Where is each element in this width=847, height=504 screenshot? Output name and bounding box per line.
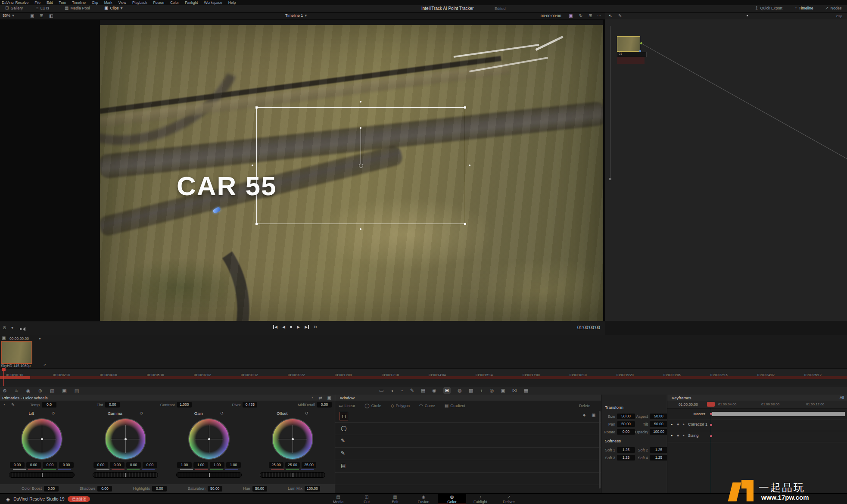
highlights-value[interactable]: 0.00 bbox=[152, 486, 167, 492]
mid-detail-value[interactable]: 0.00 bbox=[317, 402, 332, 408]
loop-icon[interactable]: ↻ bbox=[579, 14, 582, 18]
menu-mark[interactable]: Mark bbox=[104, 0, 112, 5]
window-list-scrollbar[interactable] bbox=[599, 411, 601, 488]
lum-mix-value[interactable]: 100.00 bbox=[305, 486, 320, 492]
node-endpoint[interactable] bbox=[609, 178, 611, 180]
keyframes-playhead-line[interactable] bbox=[711, 408, 711, 493]
pan-value[interactable]: 50.00 bbox=[617, 421, 635, 427]
expand-arrow-icon[interactable]: ▸ bbox=[683, 433, 685, 437]
picker-icon[interactable]: ✎ bbox=[11, 402, 15, 407]
gamma-color-wheel[interactable] bbox=[105, 418, 146, 460]
reset-icon[interactable]: ↺ bbox=[51, 411, 55, 416]
bypass-icon[interactable]: ◔ bbox=[311, 395, 313, 400]
go-to-end-button[interactable]: ▶ bbox=[305, 325, 309, 329]
gamma-master-wheel[interactable] bbox=[93, 472, 158, 478]
nodes-view-button[interactable]: ↗ Nodes bbox=[825, 6, 841, 10]
menu-trim[interactable]: Trim bbox=[59, 0, 66, 5]
luts-button[interactable]: ≡ LUTs bbox=[36, 6, 49, 10]
soft3-value[interactable]: 1.25 bbox=[617, 455, 635, 460]
size-value[interactable]: 50.00 bbox=[617, 414, 635, 419]
wipe-icon[interactable]: ◧ bbox=[49, 14, 53, 18]
chevron-down-icon[interactable]: ▾ bbox=[39, 336, 41, 341]
pen-tool-icon[interactable]: ✎ bbox=[618, 14, 622, 18]
offset-b-value[interactable]: 25.00 bbox=[302, 462, 316, 468]
tracker-midpoint-left[interactable] bbox=[252, 165, 253, 166]
timeline-ruler[interactable]: 01:00:01:1001:00:02:2001:00:04:0601:00:0… bbox=[0, 368, 847, 376]
keyframes-ruler[interactable]: 01:00:00:00 01:00:04:00 01:00:08:00 01:0… bbox=[667, 401, 847, 409]
node-mode-label[interactable]: Clip bbox=[836, 14, 842, 18]
soft1-value[interactable]: 1.25 bbox=[617, 447, 635, 453]
pointer-tool-icon[interactable]: ↖ bbox=[609, 14, 612, 18]
tracker-center-point[interactable] bbox=[359, 164, 363, 168]
color-boost-value[interactable]: 0.00 bbox=[44, 486, 59, 492]
settings-icon[interactable]: ⚙ bbox=[3, 388, 7, 394]
effects-tool-icon[interactable]: ▣ bbox=[501, 388, 505, 393]
lift-master-wheel[interactable] bbox=[9, 472, 75, 478]
media-pool-button[interactable]: ▦ Media Pool bbox=[65, 6, 90, 10]
menu-timeline[interactable]: Timeline bbox=[72, 0, 86, 5]
keyframes-row-master[interactable]: Master bbox=[667, 410, 847, 420]
reset-icon[interactable]: ↺ bbox=[140, 411, 143, 416]
menu-fairlight[interactable]: Fairlight bbox=[185, 0, 198, 5]
warper-tool-icon[interactable]: ✎ bbox=[410, 388, 414, 393]
menu-clip[interactable]: Clip bbox=[92, 0, 98, 5]
gamma-b-value[interactable]: 0.00 bbox=[143, 462, 157, 468]
timeline-selector[interactable]: Timeline 1 ▾ bbox=[285, 13, 307, 18]
offset-g-value[interactable]: 25.00 bbox=[285, 462, 300, 468]
tracker-tool-icon[interactable]: ◉ bbox=[432, 388, 436, 393]
menu-workspace[interactable]: Workspace bbox=[204, 0, 222, 5]
tracker-vector-tip[interactable] bbox=[360, 127, 361, 129]
mask-mode-icon[interactable]: ▣ bbox=[592, 413, 595, 417]
expand-arrow-icon[interactable]: ▸ bbox=[683, 422, 685, 426]
timeline-clip-selected[interactable] bbox=[0, 376, 30, 379]
tab-edit[interactable]: ▦Edit bbox=[381, 494, 409, 504]
tab-fairlight[interactable]: ♪Fairlight bbox=[466, 494, 495, 504]
viewer-timecode[interactable]: 00:00:00:00 bbox=[541, 14, 561, 18]
keyframe-dot[interactable] bbox=[710, 424, 712, 426]
menu-fusion[interactable]: Fusion bbox=[153, 0, 164, 5]
keyframes-playhead-grip[interactable] bbox=[707, 402, 715, 407]
timeline-clip-bar[interactable] bbox=[0, 376, 847, 379]
single-viewer-icon[interactable]: ▣ bbox=[30, 14, 34, 18]
shadows-value[interactable]: 0.00 bbox=[97, 486, 112, 492]
linear-window-button[interactable]: ▭Linear bbox=[339, 404, 355, 408]
color-wheels-tool-icon[interactable]: ▭ bbox=[379, 388, 383, 393]
jog-knob-icon[interactable]: ⊙ bbox=[3, 326, 6, 330]
menu-help[interactable]: Help bbox=[228, 0, 236, 5]
tab-cut[interactable]: ◫Cut bbox=[352, 494, 381, 504]
lock-icon[interactable]: ◆ bbox=[677, 434, 679, 437]
lift-b-value[interactable]: 0.00 bbox=[59, 462, 74, 468]
go-to-start-button[interactable]: ◀ bbox=[273, 325, 277, 329]
tint-value[interactable]: 0.00 bbox=[105, 402, 120, 408]
offset-r-value[interactable]: 25.00 bbox=[269, 462, 283, 468]
flag-caret-icon[interactable]: ▾ bbox=[11, 326, 13, 330]
lift-g-value[interactable]: 0.00 bbox=[43, 462, 57, 468]
blur-tool-icon[interactable]: ◍ bbox=[458, 388, 462, 393]
menu-file[interactable]: File bbox=[34, 0, 40, 5]
tracker-window-box[interactable] bbox=[256, 107, 465, 224]
clip-thumbnail[interactable] bbox=[1, 341, 32, 364]
enable-dot-icon[interactable]: ● bbox=[671, 434, 673, 437]
window-list-item-bezier[interactable]: ✎ bbox=[341, 451, 345, 456]
menu-playback[interactable]: Playback bbox=[132, 0, 147, 5]
opacity-value[interactable]: 100.00 bbox=[650, 429, 668, 435]
stop-button[interactable]: ■ bbox=[290, 325, 292, 329]
reset-icon[interactable]: ↺ bbox=[305, 411, 308, 416]
lightbox-tool-icon[interactable]: ▦ bbox=[524, 388, 528, 393]
tab-media[interactable]: ▤Media bbox=[324, 494, 352, 504]
quick-export-button[interactable]: ↥ Quick Export bbox=[755, 6, 782, 10]
curves-tool-icon[interactable]: ◔ bbox=[400, 388, 403, 393]
viewer-zoom-select[interactable]: 50% ▾ bbox=[3, 13, 14, 18]
tracker-midpoint-top[interactable] bbox=[360, 101, 361, 103]
contrast-value[interactable]: 1.000 bbox=[177, 402, 192, 408]
tracker-midpoint-right[interactable] bbox=[469, 165, 470, 166]
target-icon[interactable]: ◉ bbox=[26, 388, 31, 394]
add-icon[interactable]: ⊕ bbox=[38, 388, 42, 394]
gain-r-value[interactable]: 1.00 bbox=[193, 462, 208, 468]
timeline-playhead-line[interactable] bbox=[3, 368, 4, 386]
wave-icon[interactable]: ≋ bbox=[15, 388, 19, 394]
gain-color-wheel[interactable] bbox=[188, 418, 230, 460]
more-options-icon[interactable]: ⋯ bbox=[597, 14, 601, 18]
clips-button[interactable]: ▣ Clips ▾ bbox=[104, 6, 123, 10]
delete-window-button[interactable]: Delete bbox=[579, 404, 590, 408]
